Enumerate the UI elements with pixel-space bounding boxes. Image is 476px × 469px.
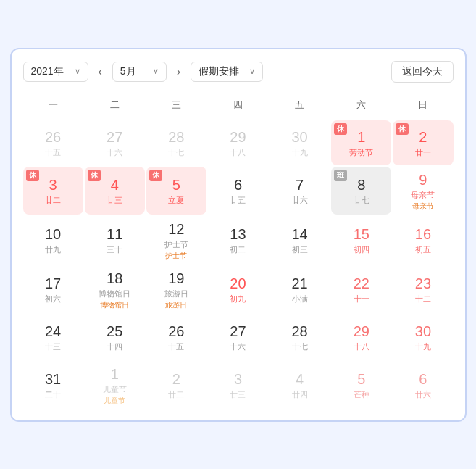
day-cell[interactable]: 休5立夏 [146, 167, 206, 215]
day-cell[interactable]: 6廿五 [208, 167, 268, 215]
day-cell[interactable]: 4廿四 [270, 361, 330, 409]
day-lunar: 廿四 [292, 389, 308, 400]
day-cell[interactable]: 7廿六 [270, 167, 330, 215]
day-cell[interactable]: 3廿三 [208, 361, 268, 409]
rest-badge: 休 [26, 170, 39, 181]
prev-month-btn[interactable]: ‹ [94, 62, 107, 81]
day-number: 3 [49, 176, 57, 194]
day-cell[interactable]: 22十一 [331, 265, 391, 313]
day-lunar: 十一 [354, 294, 369, 304]
day-lunar: 十二 [415, 294, 431, 304]
day-cell[interactable]: 23十二 [393, 265, 453, 313]
day-cell[interactable]: 休4廿三 [85, 167, 145, 215]
day-number: 30 [415, 323, 431, 340]
day-lunar: 十六 [107, 147, 122, 158]
day-cell[interactable]: 30十九 [393, 315, 453, 360]
day-lunar: 初五 [415, 244, 431, 255]
day-number: 7 [296, 176, 304, 194]
weekday-label: 五 [269, 94, 330, 116]
day-cell[interactable]: 班8廿七 [331, 167, 391, 215]
day-number: 21 [292, 275, 308, 292]
day-lunar: 初六 [45, 294, 61, 304]
weekday-label: 一 [23, 94, 85, 116]
weekday-label: 四 [207, 94, 269, 116]
day-holiday-label: 儿童节 [104, 396, 125, 406]
weekday-label: 日 [392, 94, 454, 116]
day-cell[interactable]: 1儿童节儿童节 [85, 361, 145, 409]
day-cell[interactable]: 16初五 [393, 216, 453, 264]
day-cell[interactable]: 15初四 [331, 216, 391, 264]
work-badge: 班 [334, 170, 347, 181]
day-number: 8 [357, 176, 365, 194]
day-number: 26 [45, 128, 61, 146]
day-number: 25 [107, 323, 122, 340]
day-lunar: 廿二 [168, 389, 184, 400]
day-number: 28 [168, 128, 184, 146]
day-cell[interactable]: 28十七 [146, 120, 206, 165]
day-number: 28 [292, 323, 308, 340]
next-month-btn[interactable]: › [172, 62, 185, 81]
day-cell[interactable]: 6廿六 [393, 361, 453, 409]
calendar: 2021年 ∨ ‹ 5月 ∨ › 假期安排 ∨ 返回今天 一二三四五六日 26十… [10, 48, 467, 422]
day-cell[interactable]: 24十三 [23, 315, 83, 360]
day-cell[interactable]: 休1劳动节 [331, 120, 391, 165]
rest-badge: 休 [88, 170, 101, 181]
day-cell[interactable]: 25十四 [85, 315, 145, 360]
day-lunar: 廿三 [230, 389, 246, 400]
day-cell[interactable]: 29十八 [331, 315, 391, 360]
month-selector[interactable]: 5月 ∨ [112, 62, 167, 82]
day-cell[interactable]: 26十五 [146, 315, 206, 360]
day-lunar: 小满 [292, 294, 308, 304]
day-cell[interactable]: 20初九 [208, 265, 268, 313]
day-cell[interactable]: 2廿二 [146, 361, 206, 409]
day-lunar: 初二 [230, 244, 246, 255]
calendar-header: 2021年 ∨ ‹ 5月 ∨ › 假期安排 ∨ 返回今天 [23, 61, 454, 83]
year-selector[interactable]: 2021年 ∨ [23, 62, 88, 82]
day-number: 9 [419, 171, 427, 188]
day-holiday-label: 旅游日 [165, 300, 187, 310]
day-number: 13 [230, 225, 246, 243]
day-cell[interactable]: 13初二 [208, 216, 268, 264]
day-cell[interactable]: 9母亲节母亲节 [393, 167, 453, 215]
holiday-label: 假期安排 [199, 65, 239, 78]
day-lunar: 十七 [292, 341, 308, 352]
day-number: 1 [111, 365, 119, 383]
day-lunar: 二十 [45, 389, 61, 400]
year-dropdown-arrow: ∨ [75, 67, 80, 76]
day-cell[interactable]: 28十七 [270, 315, 330, 360]
day-lunar: 廿五 [230, 195, 246, 206]
day-lunar: 十八 [230, 147, 246, 158]
month-label: 5月 [120, 65, 136, 78]
day-cell[interactable]: 19旅游日旅游日 [146, 265, 206, 313]
day-cell[interactable]: 29十八 [208, 120, 268, 165]
day-number: 19 [168, 270, 184, 287]
day-cell[interactable]: 18博物馆日博物馆日 [85, 265, 145, 313]
day-cell[interactable]: 休3廿二 [23, 167, 83, 215]
day-cell[interactable]: 5芒种 [331, 361, 391, 409]
day-lunar: 母亲节 [411, 190, 435, 201]
day-lunar: 立夏 [168, 195, 184, 206]
day-cell[interactable]: 26十五 [23, 120, 83, 165]
day-cell[interactable]: 休2廿一 [393, 120, 453, 165]
day-cell[interactable]: 27十六 [208, 315, 268, 360]
day-cell[interactable]: 11三十 [85, 216, 145, 264]
day-number: 22 [354, 275, 369, 292]
rest-badge: 休 [396, 123, 409, 135]
day-cell[interactable]: 12护士节护士节 [146, 216, 206, 264]
day-cell[interactable]: 10廿九 [23, 216, 83, 264]
day-lunar: 廿九 [45, 244, 61, 255]
day-number: 14 [292, 225, 308, 243]
holiday-selector[interactable]: 假期安排 ∨ [191, 62, 263, 82]
day-cell[interactable]: 31二十 [23, 361, 83, 409]
day-cell[interactable]: 14初三 [270, 216, 330, 264]
day-cell[interactable]: 21小满 [270, 265, 330, 313]
return-today-btn[interactable]: 返回今天 [391, 61, 454, 83]
day-lunar: 初四 [354, 244, 369, 255]
day-cell[interactable]: 17初六 [23, 265, 83, 313]
day-cell[interactable]: 27十六 [85, 120, 145, 165]
day-lunar: 儿童节 [103, 384, 127, 395]
day-lunar: 十九 [292, 147, 308, 158]
day-cell[interactable]: 30十九 [270, 120, 330, 165]
day-holiday-label: 护士节 [165, 251, 187, 261]
day-number: 12 [168, 220, 184, 238]
